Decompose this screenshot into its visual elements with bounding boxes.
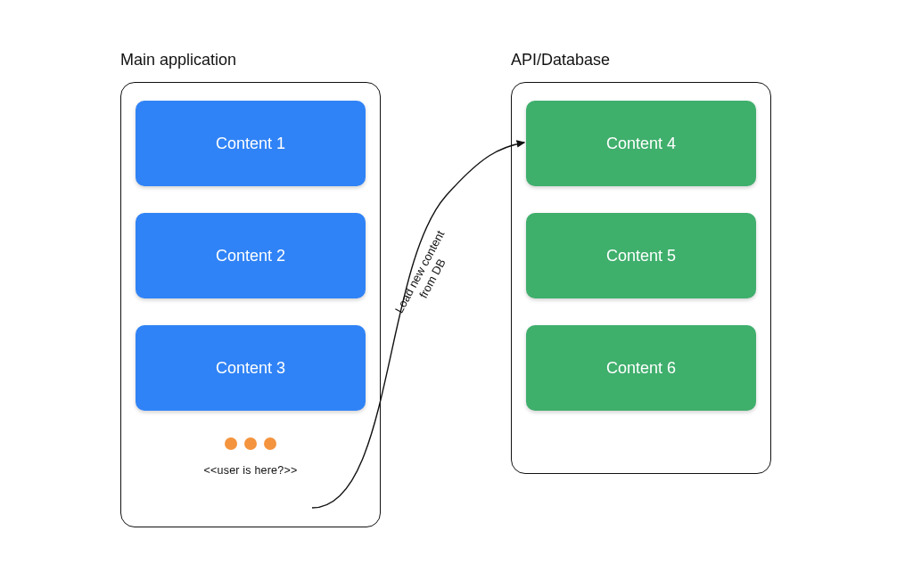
content-card: Content 3 [136,325,366,411]
content-card-label: Content 2 [216,247,285,265]
content-card-label: Content 4 [606,135,676,153]
loading-dots [136,437,366,450]
user-here-label: <<user is here?>> [136,464,366,477]
content-card: Content 1 [136,101,366,186]
api-db-panel: Content 4 Content 5 Content 6 [511,82,771,474]
main-app-title: Main application [120,51,236,69]
content-card: Content 2 [136,213,366,298]
api-db-title: API/Database [511,51,610,69]
content-card-label: Content 5 [606,247,676,265]
dot-icon [264,437,276,450]
connector-label-line2: from DB [416,257,448,300]
connector-label-line1: Load new content [392,228,448,315]
content-card-label: Content 6 [606,359,676,378]
diagram-canvas: Main application API/Database Content 1 … [0,0,913,588]
dot-icon [244,437,257,450]
dot-icon [225,437,237,450]
content-card: Content 6 [526,325,756,411]
main-app-panel: Content 1 Content 2 Content 3 <<user is … [120,82,381,527]
content-card: Content 4 [526,101,756,186]
content-card-label: Content 1 [216,135,285,153]
content-card-label: Content 3 [216,359,285,378]
content-card: Content 5 [526,213,756,298]
